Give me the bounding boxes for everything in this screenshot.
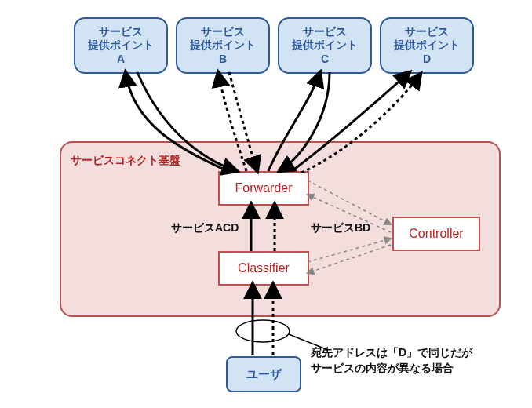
label-service-acd: サービスACD [171,221,239,235]
flow-ellipse [236,320,290,342]
diagram-stage: サービス 提供ポイント A サービス 提供ポイント B サービス 提供ポイント … [0,0,532,408]
service-point-c: サービス 提供ポイント C [278,17,372,74]
service-point-b: サービス 提供ポイント B [176,17,270,74]
service-point-a: サービス 提供ポイント A [74,17,168,74]
service-point-d: サービス 提供ポイント D [380,17,474,74]
label-service-bd: サービスBD [311,221,370,235]
forwarder-box: Forwarder [218,171,309,206]
user-box: ユーザ [226,356,301,392]
note-text: 宛先アドレスは「D」で同じだが サービスの内容が異なる場合 [311,345,472,376]
classifier-box: Classifier [218,251,309,286]
platform-title: サービスコネクト基盤 [71,154,180,168]
controller-box: Controller [392,217,480,251]
